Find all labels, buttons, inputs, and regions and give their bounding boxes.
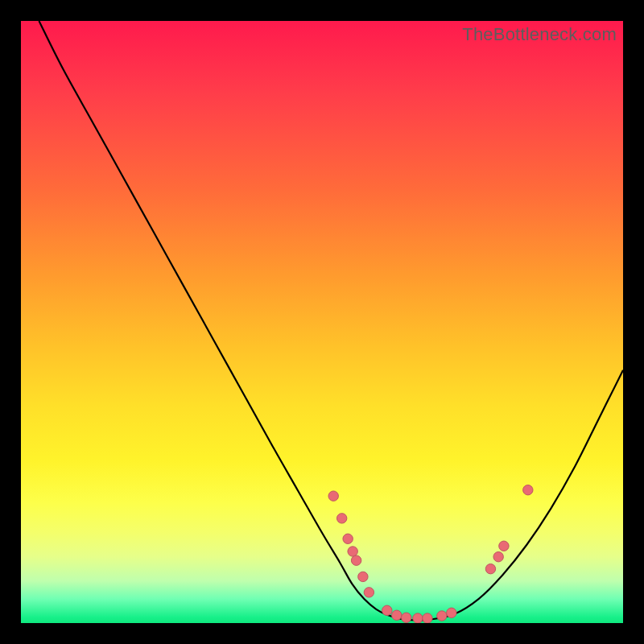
- data-point: [328, 491, 338, 501]
- data-point: [392, 610, 402, 620]
- data-point: [447, 608, 456, 617]
- data-point: [413, 613, 423, 623]
- data-point: [437, 611, 447, 621]
- data-point: [382, 605, 392, 615]
- data-point: [364, 588, 374, 597]
- chart-overlay: [21, 21, 623, 623]
- data-point: [423, 613, 432, 623]
- data-point: [493, 552, 503, 562]
- data-point: [499, 541, 509, 551]
- data-point: [348, 547, 357, 556]
- data-point: [358, 572, 368, 581]
- plot-area: TheBottleneck.com: [21, 21, 623, 623]
- bottleneck-curve: [39, 21, 623, 620]
- data-point: [402, 613, 411, 622]
- data-point: [351, 555, 361, 565]
- chart-frame: TheBottleneck.com: [0, 0, 644, 644]
- data-points: [328, 485, 533, 623]
- data-point: [336, 514, 346, 523]
- data-point: [485, 564, 495, 573]
- data-point: [343, 534, 353, 543]
- data-point: [523, 485, 533, 494]
